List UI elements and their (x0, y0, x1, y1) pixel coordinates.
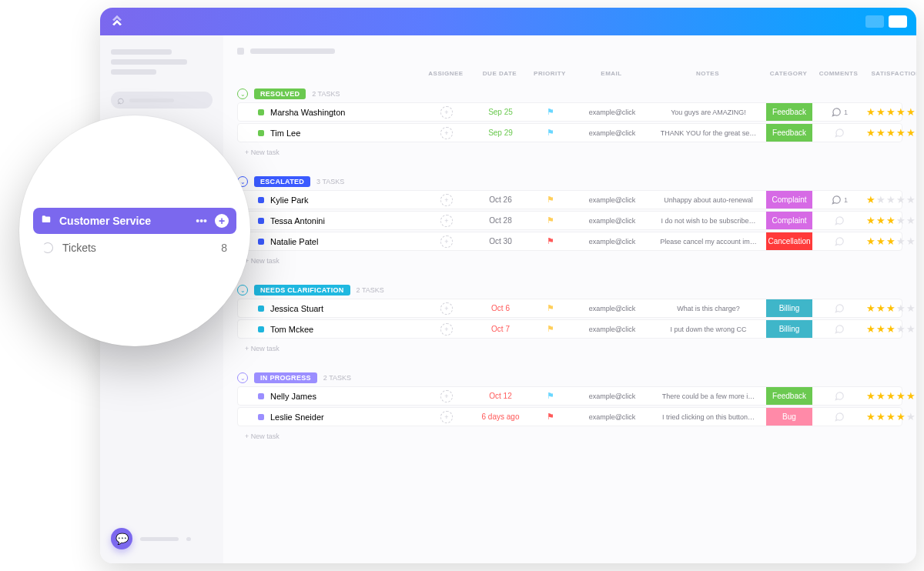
priority-flag-icon[interactable]: ⚑ (547, 324, 554, 333)
assignee-add-icon[interactable]: + (440, 302, 453, 315)
notes-cell[interactable]: I do not wish to be subscribe… (651, 217, 766, 225)
priority-flag-icon[interactable]: ⚑ (547, 107, 554, 116)
task-row[interactable]: Kylie Park + Oct 26 ⚑ example@click Unha… (237, 190, 902, 209)
notes-cell[interactable]: I tried clicking on this button… (651, 413, 766, 421)
satisfaction-cell[interactable]: ★★★★★ (866, 195, 916, 205)
sidebar-space-customer-service[interactable]: Customer Service ••• + (33, 208, 236, 234)
task-row[interactable]: Leslie Sneider + 6 days ago ⚑ example@cl… (237, 407, 902, 426)
task-row[interactable]: Nelly James + Oct 12 ⚑ example@click The… (237, 386, 902, 406)
email-cell[interactable]: example@click (574, 305, 651, 312)
email-cell[interactable]: example@click (574, 109, 651, 116)
category-tag[interactable]: Cancellation (766, 232, 812, 250)
comments-cell[interactable] (812, 236, 866, 247)
col-assignee[interactable]: ASSIGNEE (419, 70, 473, 82)
email-cell[interactable]: example@click (574, 217, 651, 225)
col-email[interactable]: EMAIL (573, 70, 650, 82)
category-tag[interactable]: Billing (766, 299, 812, 317)
sidebar-list-tickets[interactable]: Tickets 8 (33, 242, 236, 254)
task-row[interactable]: Tom Mckee + Oct 7 ⚑ example@click I put … (237, 319, 902, 339)
due-date-cell[interactable]: Oct 28 (474, 216, 527, 225)
comments-cell[interactable] (812, 391, 866, 402)
comments-cell[interactable] (812, 215, 866, 226)
assignee-add-icon[interactable]: + (440, 215, 453, 227)
notes-cell[interactable]: What is this charge? (651, 305, 766, 312)
email-cell[interactable]: example@click (574, 196, 651, 204)
satisfaction-cell[interactable]: ★★★★★ (866, 324, 916, 334)
email-cell[interactable]: example@click (574, 129, 651, 137)
comments-cell[interactable] (812, 128, 866, 139)
satisfaction-cell[interactable]: ★★★★★ (866, 303, 916, 313)
status-pill[interactable]: NEEDS CLARIFICATION (254, 285, 350, 296)
satisfaction-cell[interactable]: ★★★★★ (866, 107, 916, 117)
priority-flag-icon[interactable]: ⚑ (547, 128, 554, 137)
category-tag[interactable]: Complaint (766, 212, 812, 229)
status-pill[interactable]: RESOLVED (254, 88, 306, 99)
email-cell[interactable]: example@click (574, 238, 651, 245)
assignee-add-icon[interactable]: + (440, 194, 453, 206)
satisfaction-cell[interactable]: ★★★★★ (866, 391, 916, 401)
due-date-cell[interactable]: Oct 26 (474, 195, 527, 204)
category-tag[interactable]: Complaint (766, 191, 812, 209)
comments-cell[interactable] (812, 303, 866, 314)
notes-cell[interactable]: There could be a few more i… (651, 392, 766, 400)
notes-cell[interactable]: Please cancel my account im… (651, 238, 766, 245)
window-min-icon[interactable] (865, 15, 884, 28)
task-row[interactable]: Tessa Antonini + Oct 28 ⚑ example@click … (237, 211, 902, 230)
notes-cell[interactable]: I put down the wrong CC (651, 326, 766, 333)
col-satisfaction[interactable]: SATISFACTION LEVEL (865, 70, 916, 82)
notes-cell[interactable]: Unhappy about auto-renewal (651, 196, 766, 204)
assignee-add-icon[interactable]: + (440, 411, 453, 423)
priority-flag-icon[interactable]: ⚑ (547, 195, 554, 204)
satisfaction-cell[interactable]: ★★★★★ (866, 128, 916, 138)
sidebar-search[interactable]: ⌕ (111, 92, 213, 109)
category-tag[interactable]: Billing (766, 320, 812, 338)
window-max-icon[interactable] (889, 15, 907, 28)
email-cell[interactable]: example@click (574, 326, 651, 333)
new-task-button[interactable]: + New task (237, 340, 902, 357)
task-row[interactable]: Tim Lee + Sep 29 ⚑ example@click THANK Y… (237, 123, 902, 142)
due-date-cell[interactable]: Oct 6 (474, 304, 527, 312)
satisfaction-cell[interactable]: ★★★★★ (866, 236, 916, 246)
assignee-add-icon[interactable]: + (440, 323, 453, 336)
comments-cell[interactable]: 1 (812, 195, 866, 205)
notes-cell[interactable]: You guys are AMAZING! (651, 109, 766, 116)
comments-cell[interactable]: 1 (812, 107, 866, 118)
priority-flag-icon[interactable]: ⚑ (547, 236, 554, 245)
new-task-button[interactable]: + New task (237, 144, 902, 161)
collapse-icon[interactable]: ⌄ (237, 372, 248, 383)
col-notes[interactable]: NOTES (650, 70, 765, 82)
col-due-date[interactable]: DUE DATE (473, 70, 527, 82)
task-row[interactable]: Jessica Stuart + Oct 6 ⚑ example@click W… (237, 299, 902, 318)
more-icon[interactable]: ••• (196, 215, 207, 227)
comments-cell[interactable] (812, 412, 866, 422)
priority-flag-icon[interactable]: ⚑ (547, 215, 554, 225)
status-pill[interactable]: IN PROGRESS (254, 372, 317, 383)
category-tag[interactable]: Bug (766, 408, 812, 426)
col-comments[interactable]: COMMENTS (812, 70, 865, 82)
assignee-add-icon[interactable]: + (440, 127, 453, 139)
col-priority[interactable]: PRIORITY (527, 70, 573, 82)
due-date-cell[interactable]: Oct 7 (474, 325, 527, 333)
email-cell[interactable]: example@click (574, 392, 651, 400)
task-row[interactable]: Natalie Patel + Oct 30 ⚑ example@click P… (237, 232, 902, 251)
due-date-cell[interactable]: 6 days ago (474, 412, 527, 421)
col-category[interactable]: CATEGORY (765, 70, 812, 82)
email-cell[interactable]: example@click (574, 413, 651, 421)
assignee-add-icon[interactable]: + (440, 235, 453, 248)
satisfaction-cell[interactable]: ★★★★★ (866, 412, 916, 422)
status-pill[interactable]: ESCALATED (254, 176, 310, 187)
due-date-cell[interactable]: Sep 25 (474, 108, 527, 116)
new-task-button[interactable]: + New task (237, 252, 902, 269)
task-row[interactable]: Marsha Washington + Sep 25 ⚑ example@cli… (237, 102, 902, 122)
chat-fab-icon[interactable]: 💬 (111, 528, 132, 549)
priority-flag-icon[interactable]: ⚑ (547, 303, 554, 312)
satisfaction-cell[interactable]: ★★★★★ (866, 215, 916, 225)
assignee-add-icon[interactable]: + (440, 390, 453, 402)
due-date-cell[interactable]: Oct 30 (474, 237, 527, 245)
priority-flag-icon[interactable]: ⚑ (547, 391, 554, 400)
category-tag[interactable]: Feedback (766, 387, 812, 405)
comments-cell[interactable] (812, 324, 866, 335)
category-tag[interactable]: Feedback (766, 103, 812, 121)
due-date-cell[interactable]: Sep 29 (474, 129, 527, 137)
add-list-icon[interactable]: + (215, 214, 229, 228)
